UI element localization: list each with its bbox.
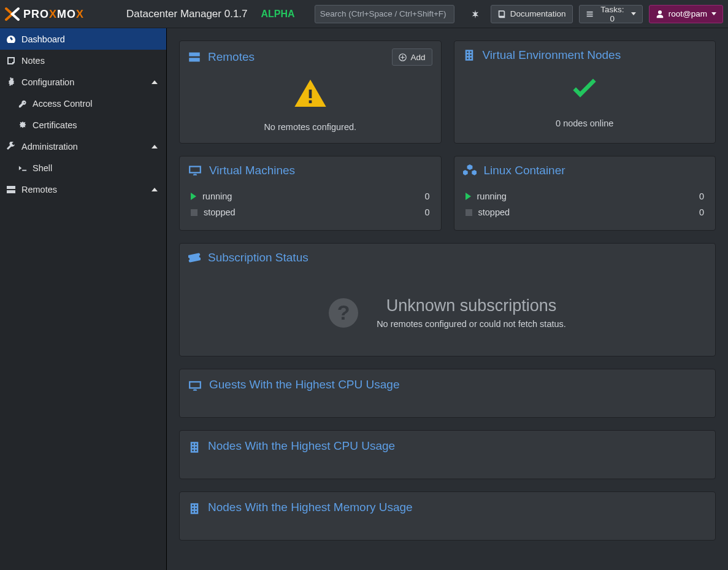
question-circle-icon: ? xyxy=(329,298,358,328)
subscription-headline: Unknown subscriptions xyxy=(377,296,566,315)
lxc-running-row: running 0 xyxy=(466,188,705,204)
sidebar-item-label: Dashboard xyxy=(21,34,158,44)
warning-icon xyxy=(188,77,432,114)
sidebar-item-notes[interactable]: Notes xyxy=(0,50,166,71)
panel-message: 0 nodes online xyxy=(463,118,707,128)
theme-icon-button[interactable] xyxy=(467,5,485,23)
panel-title: Linux Container xyxy=(484,164,707,177)
documentation-button[interactable]: Documentation xyxy=(491,5,573,23)
sidebar-item-label: Access Control xyxy=(33,99,158,109)
panel-subscription-status: Subscription Status ? Unknown subscripti… xyxy=(179,243,716,356)
tasks-button[interactable]: Tasks: 0 xyxy=(579,5,643,23)
panel-title: Nodes With the Highest Memory Usage xyxy=(208,501,707,514)
vm-running-row: running 0 xyxy=(191,188,430,204)
wrench-icon xyxy=(6,142,16,152)
svg-rect-2 xyxy=(308,90,312,98)
sidebar-item-dashboard[interactable]: Dashboard xyxy=(0,28,166,50)
desktop-icon xyxy=(188,164,202,177)
plus-circle-icon xyxy=(399,53,407,61)
stop-icon xyxy=(191,209,197,216)
panel-virtual-machines: Virtual Machines running 0 stopped 0 xyxy=(179,156,442,231)
sidebar-item-label: Remotes xyxy=(21,185,151,194)
lxc-stopped-row: stopped 0 xyxy=(466,204,705,220)
panel-title: Subscription Status xyxy=(208,251,707,264)
ticket-icon xyxy=(188,252,201,264)
server-icon xyxy=(188,51,201,63)
building-icon xyxy=(188,503,201,515)
alpha-tag: ALPHA xyxy=(261,9,295,20)
terminal-icon xyxy=(18,164,27,172)
add-remote-button[interactable]: Add xyxy=(392,48,432,66)
vm-stopped-row: stopped 0 xyxy=(191,204,430,220)
sidebar-item-certificates[interactable]: Certificates xyxy=(0,114,166,136)
caret-down-icon xyxy=(711,12,716,15)
sidebar-item-administration[interactable]: Administration xyxy=(0,136,166,157)
svg-text:PROXMOX: PROXMOX xyxy=(23,8,84,20)
chevron-up-icon xyxy=(151,145,158,148)
building-icon xyxy=(188,441,201,453)
proxmox-logo: PROXMOX xyxy=(5,0,115,28)
user-icon xyxy=(656,10,664,18)
list-icon xyxy=(586,10,594,18)
panel-title: Virtual Machines xyxy=(209,164,432,177)
key-icon xyxy=(18,99,27,108)
search-input[interactable] xyxy=(315,5,454,23)
certificate-icon xyxy=(18,121,27,129)
sidebar-item-label: Notes xyxy=(21,56,158,66)
desktop-icon xyxy=(188,380,202,392)
panel-title: Remotes xyxy=(208,50,385,64)
chevron-up-icon xyxy=(151,188,158,191)
caret-down-icon xyxy=(631,12,636,15)
play-icon xyxy=(191,193,196,200)
tachometer-icon xyxy=(6,34,16,44)
sidebar-item-access-control[interactable]: Access Control xyxy=(0,93,166,114)
panel-title: Guests With the Highest CPU Usage xyxy=(209,378,707,391)
sticky-note-icon xyxy=(6,56,16,66)
panel-nodes-memory: Nodes With the Highest Memory Usage xyxy=(179,491,716,541)
asterisk-icon xyxy=(471,10,480,18)
cubes-icon xyxy=(463,164,477,177)
panel-linux-container: Linux Container running 0 stopped 0 xyxy=(454,156,716,231)
cogs-icon xyxy=(6,77,16,87)
sidebar-item-shell[interactable]: Shell xyxy=(0,157,166,179)
panel-guests-cpu: Guests With the Highest CPU Usage xyxy=(179,369,716,418)
play-icon xyxy=(466,193,471,200)
check-icon xyxy=(463,73,707,110)
sidebar-item-label: Configuration xyxy=(21,77,151,87)
user-menu-button[interactable]: root@pam xyxy=(649,5,723,23)
header-bar: PROXMOX Datacenter Manager 0.1.7 ALPHA D… xyxy=(0,0,728,28)
book-icon xyxy=(497,10,506,18)
sidebar-item-remotes[interactable]: Remotes xyxy=(0,179,166,200)
building-icon xyxy=(463,49,475,61)
content-area: Remotes Add No remotes configured. V xyxy=(167,28,728,570)
panel-title: Virtual Environment Nodes xyxy=(483,48,707,62)
sidebar-item-label: Administration xyxy=(21,142,151,152)
panel-ve-nodes: Virtual Environment Nodes 0 nodes online xyxy=(454,40,716,144)
panel-remotes: Remotes Add No remotes configured. xyxy=(179,40,442,144)
server-icon xyxy=(6,185,16,194)
sidebar-item-label: Certificates xyxy=(33,120,158,130)
sidebar-item-label: Shell xyxy=(33,163,158,173)
sidebar-item-configuration[interactable]: Configuration xyxy=(0,71,166,93)
panel-nodes-cpu: Nodes With the Highest CPU Usage xyxy=(179,430,716,479)
subscription-subtext: No remotes configured or could not fetch… xyxy=(377,319,566,329)
chevron-up-icon xyxy=(151,80,158,84)
panel-title: Nodes With the Highest CPU Usage xyxy=(208,439,707,453)
svg-rect-3 xyxy=(308,101,312,104)
app-title: Datacenter Manager 0.1.7 xyxy=(126,8,248,20)
stop-icon xyxy=(466,209,472,216)
sidebar: Dashboard Notes Configuration Access Con… xyxy=(0,28,167,570)
panel-message: No remotes configured. xyxy=(188,122,432,132)
